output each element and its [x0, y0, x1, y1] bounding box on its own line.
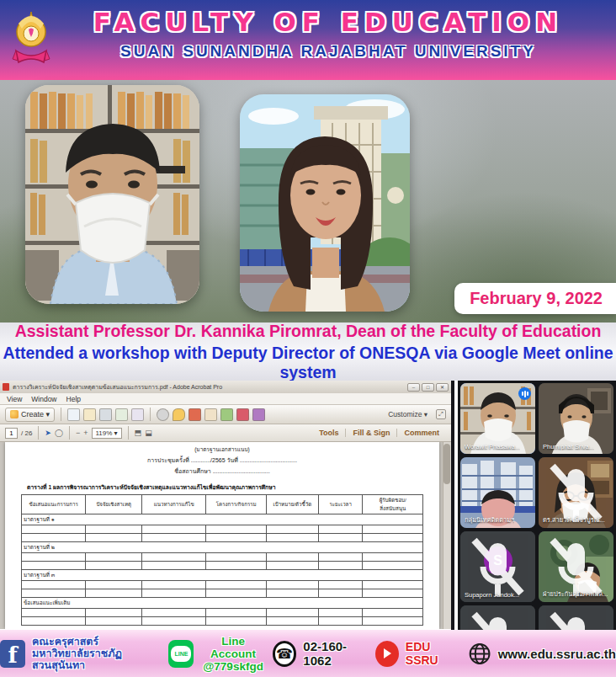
section-row: มาตรฐานที่ ๓: [22, 570, 423, 581]
stamp-red-icon[interactable]: [236, 408, 249, 421]
zoom-out-icon[interactable]: −: [76, 429, 80, 437]
fit-width-icon[interactable]: ⬒: [135, 429, 142, 437]
facebook-label: คณะครุศาสตร์ มหาวิทยาลัยราชภัฏสวนสุนันทา: [32, 636, 162, 671]
page-total-label: / 26: [21, 429, 32, 437]
participant-tile-8[interactable]: [539, 605, 613, 630]
select-tool-icon[interactable]: ➤: [45, 429, 51, 437]
participant-tile-3[interactable]: กลุ่มนิเทศติดตามฯ: [460, 457, 535, 528]
screenshot-section: ตารางวิเคราะห์ปัจจัยเชิงสาเหตุตามข้อเสนอ…: [0, 381, 616, 630]
line-icon: LINE: [168, 640, 194, 668]
print-icon[interactable]: [99, 408, 112, 421]
table-row: [22, 553, 423, 562]
line-account-label: Line Account @779skfgd: [200, 635, 265, 673]
globe-icon: [468, 641, 491, 667]
contact-footer: f คณะครุศาสตร์ มหาวิทยาลัยราชภัฏสวนสุนัน…: [0, 630, 616, 677]
pdf-page: (มาตรฐานเอกสารแนบ) การประชุมครั้งที่ ...…: [5, 442, 439, 629]
phone-icon: ☎: [273, 641, 297, 667]
caption-line-2: Attended a workshop with Deputy Director…: [0, 344, 616, 382]
fit-page-icon[interactable]: ⬓: [145, 429, 152, 437]
maximize-button[interactable]: □: [422, 383, 434, 392]
university-subtitle: SUAN SUNANDHA RAJABHAT UNIVERSITY: [67, 42, 589, 61]
fill-sign-tab[interactable]: Fill & Sign: [345, 429, 396, 437]
participant-tile-2[interactable]: Phumiphat Sriva...: [539, 383, 613, 454]
menu-bar: View Window Help: [0, 393, 451, 405]
dean-portrait: [25, 85, 199, 304]
doc-meeting-line: การประชุมครั้งที่ ............/2565 วันท…: [5, 456, 439, 465]
mic-off-icon: [539, 605, 613, 630]
zoom-in-icon[interactable]: +: [83, 429, 88, 437]
tools-tab[interactable]: Tools: [312, 429, 345, 437]
table-row: [22, 617, 423, 626]
comment-icon[interactable]: [173, 408, 185, 421]
export-pdf-icon[interactable]: [189, 408, 201, 421]
caption-band: Assistant Professor Dr. Kannika Piromrat…: [0, 323, 616, 381]
google-meet-panel: Worawit Phasawa... Phumiphat Sriva...: [458, 381, 616, 630]
table-row: [22, 581, 423, 589]
mic-off-icon: [460, 605, 535, 630]
hand-tool-icon[interactable]: ◯: [55, 429, 63, 437]
open-icon[interactable]: [83, 408, 96, 421]
caption-line-1: Assistant Professor Dr. Kannika Piromrat…: [0, 322, 616, 341]
scrollbar-thumb[interactable]: [443, 444, 450, 484]
website-url: www.edu.ssru.ac.th: [498, 647, 616, 661]
email-icon[interactable]: [131, 408, 144, 421]
speaking-indicator-icon: [518, 387, 531, 400]
edit-icon[interactable]: [115, 408, 128, 421]
comment-tab[interactable]: Comment: [396, 429, 446, 437]
participant-name: Phumiphat Sriva...: [543, 443, 594, 450]
participant-tile-5[interactable]: S Supaporn Jandok...: [460, 531, 535, 602]
date-text: February 9, 2022: [470, 289, 603, 308]
minimize-button[interactable]: –: [407, 383, 420, 392]
photo-dean-video-frame: [25, 85, 199, 304]
poster: FACULTY OF EDUCATION SUAN SUNANDHA RAJAB…: [0, 0, 616, 677]
participant-tile-1[interactable]: Worawit Phasawa...: [460, 383, 535, 454]
create-pdf-icon[interactable]: [204, 408, 217, 421]
page-number-input[interactable]: 1: [5, 428, 18, 439]
phone-number: 02-160-1062: [303, 639, 368, 668]
photo-section: February 9, 2022: [0, 80, 616, 323]
participant-tile-7[interactable]: [460, 605, 535, 630]
youtube-icon: [375, 641, 399, 667]
header-banner: FACULTY OF EDUCATION SUAN SUNANDHA RAJAB…: [0, 0, 616, 80]
doc-heading: (มาตรฐานเอกสารแนบ): [5, 445, 439, 454]
table-row: [22, 534, 423, 542]
gear-icon[interactable]: [157, 408, 169, 421]
table-row: [22, 562, 423, 570]
section-row: มาตรฐานที่ ๑: [22, 514, 423, 525]
stamp-purple-icon[interactable]: [252, 408, 265, 421]
vertical-scrollbar[interactable]: [443, 442, 451, 629]
pdf-file-icon: [3, 383, 9, 391]
table-row: [22, 525, 423, 534]
main-toolbar: Create ▾ Customize ▾ ⤢: [0, 405, 451, 424]
create-button[interactable]: Create ▾: [5, 408, 55, 422]
document-area: (มาตรฐานเอกสารแนบ) การประชุมครั้งที่ ...…: [0, 442, 451, 629]
expand-toolbar-icon[interactable]: ⤢: [436, 409, 446, 419]
save-icon[interactable]: [67, 408, 80, 421]
analysis-table: ข้อเสนอแนะกรรมการ ปัจจัยเชิงสาเหตุ แนวทา…: [21, 494, 423, 626]
zoom-level-select[interactable]: 119% ▾: [92, 428, 122, 439]
section-row: มาตรฐานที่ ๒: [22, 542, 423, 553]
create-icon: [10, 410, 19, 418]
menu-view[interactable]: View: [7, 395, 22, 403]
university-crest-logo: [12, 7, 50, 72]
participant-tile-4[interactable]: ดร.สายวดี เพ็ชรบูรณ์...: [539, 457, 613, 528]
table-caption: ตารางที่ 1 ผลการพิจารณาการวิเคราะห์ปัจจั…: [27, 482, 439, 492]
menu-window[interactable]: Window: [31, 395, 56, 403]
participant-tile-6[interactable]: ฝ่ายประกันคุณภาพแล...: [539, 531, 613, 602]
table-row: [22, 609, 423, 617]
window-titlebar[interactable]: ตารางวิเคราะห์ปัจจัยเชิงสาเหตุตามข้อเสนอ…: [0, 381, 451, 393]
window-title: ตารางวิเคราะห์ปัจจัยเชิงสาเหตุตามข้อเสนอ…: [13, 382, 407, 392]
customize-button[interactable]: Customize ▾: [388, 410, 427, 418]
youtube-channel-label: EDU SSRU: [406, 640, 461, 667]
photo-onesqa-video-frame: [240, 94, 410, 312]
participant-name: กลุ่มนิเทศติดตามฯ: [465, 514, 514, 525]
table-row: [22, 589, 423, 598]
facebook-icon: f: [0, 640, 25, 668]
date-badge: February 9, 2022: [454, 283, 616, 314]
excel-export-icon[interactable]: [220, 408, 233, 421]
close-button[interactable]: ✕: [436, 383, 449, 392]
menu-help[interactable]: Help: [66, 395, 81, 403]
section-row: ข้อเสนอแนะเพิ่มเติม: [22, 598, 423, 609]
deputy-director-portrait: [240, 94, 410, 312]
navigation-toolbar: 1 / 26 ➤ ◯ − + 119% ▾ ⬒ ⬓ Tools Fill & S…: [0, 424, 451, 442]
